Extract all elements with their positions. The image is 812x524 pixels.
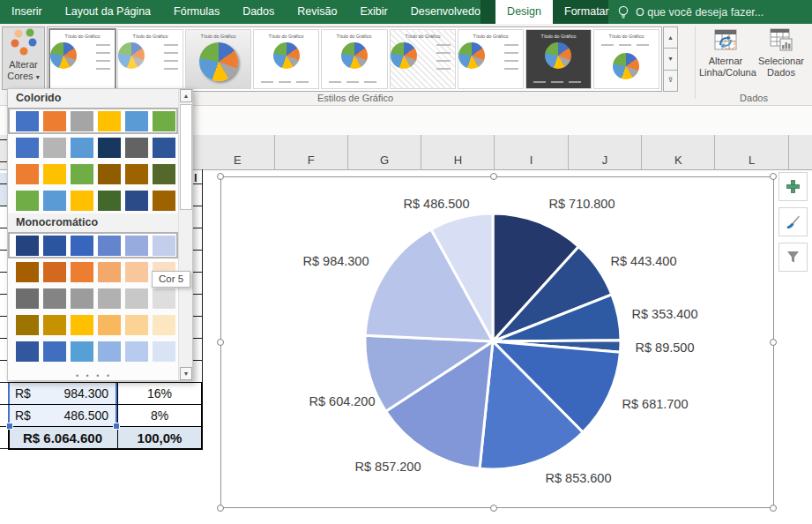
color-swatch[interactable] [125, 164, 148, 184]
selection-handle[interactable] [217, 505, 224, 512]
color-swatch[interactable] [98, 315, 121, 335]
chart-style-thumbnail-3[interactable]: Título do Gráfico [185, 29, 251, 89]
color-swatch[interactable] [98, 164, 121, 184]
color-swatch[interactable] [125, 191, 148, 211]
color-swatch[interactable] [125, 262, 148, 282]
column-header-K[interactable]: K [642, 135, 715, 169]
color-swatch[interactable] [153, 341, 175, 362]
tab-formatar[interactable]: Formatar [553, 0, 621, 24]
color-swatch[interactable] [16, 315, 39, 335]
monocromatico-palette-row-5[interactable] [8, 338, 178, 364]
gallery-scroll-down-button[interactable]: ▼ [663, 49, 678, 70]
color-swatch[interactable] [153, 191, 175, 211]
chart-style-thumbnail-5[interactable]: Título do Gráfico [321, 29, 387, 89]
selection-handle[interactable] [770, 339, 777, 346]
chart-style-thumbnail-9[interactable]: Título do Gráfico [593, 29, 659, 89]
tab-layout-da-p-gina[interactable]: Layout da Página [54, 0, 162, 24]
color-swatch[interactable] [16, 111, 39, 131]
color-swatch[interactable] [71, 315, 93, 335]
range-handle[interactable] [113, 423, 120, 430]
table-cell[interactable]: 16% [117, 383, 203, 404]
color-swatch[interactable] [43, 111, 66, 131]
colorido-palette-row-2[interactable] [8, 134, 178, 161]
color-swatch[interactable] [125, 111, 148, 131]
table-row[interactable]: R$486.5008% [8, 404, 203, 426]
color-swatch[interactable] [71, 138, 93, 158]
tab-inserir[interactable]: Inserir [0, 0, 54, 24]
selecionar-dados-button[interactable]: SelecionarDados [755, 26, 808, 79]
table-cell[interactable]: R$486.500 [8, 405, 117, 426]
color-swatch[interactable] [16, 341, 39, 362]
color-swatch[interactable] [98, 111, 121, 131]
color-swatch[interactable] [43, 138, 66, 158]
tell-me-search[interactable]: O que você deseja fazer... [617, 0, 764, 24]
tab-dados[interactable]: Dados [231, 0, 286, 24]
color-swatch[interactable] [71, 288, 93, 309]
alterar-cores-button[interactable]: Alterar Cores ▾ [2, 26, 45, 90]
chart-style-thumbnail-4[interactable]: Título do Gráfico [253, 29, 319, 89]
chart-styles-button[interactable] [778, 207, 808, 236]
range-handle[interactable] [6, 423, 13, 430]
scroll-down-arrow[interactable]: ▼ [180, 367, 192, 380]
color-swatch[interactable] [125, 315, 148, 335]
color-swatch[interactable] [125, 288, 148, 309]
column-header-L[interactable]: L [715, 135, 788, 169]
color-swatch[interactable] [43, 164, 66, 184]
color-swatch[interactable] [43, 315, 66, 335]
selection-handle[interactable] [217, 339, 224, 346]
color-swatch[interactable] [153, 164, 175, 184]
column-header-E[interactable]: E [201, 135, 274, 169]
color-swatch[interactable] [98, 236, 121, 256]
color-swatch[interactable] [43, 288, 66, 309]
color-swatch[interactable] [98, 191, 121, 211]
color-swatch[interactable] [125, 138, 148, 158]
tab-design[interactable]: Design [495, 0, 553, 24]
selection-handle[interactable] [490, 173, 497, 180]
selection-handle[interactable] [217, 173, 224, 180]
color-swatch[interactable] [98, 288, 121, 309]
data-table[interactable]: R$984.30016%R$486.5008%R$ 6.064.600100,0… [8, 382, 203, 450]
table-total-row[interactable]: R$ 6.064.600100,0% [8, 426, 203, 448]
color-swatch[interactable] [16, 288, 39, 309]
colorido-palette-row-3[interactable] [8, 161, 178, 187]
chart-filters-button[interactable] [778, 243, 808, 272]
chart-style-thumbnail-6[interactable]: Título do Gráfico [390, 29, 456, 89]
chart-style-thumbnail-1[interactable]: Título do Gráfico [48, 28, 116, 90]
color-swatch[interactable] [16, 191, 39, 211]
color-swatch[interactable] [43, 191, 66, 211]
table-cell[interactable]: R$984.300 [8, 383, 117, 404]
chart-style-thumbnail-2[interactable]: Título do Gráfico [117, 29, 183, 89]
monocromatico-palette-row-1[interactable] [8, 232, 178, 258]
color-swatch[interactable] [16, 236, 39, 256]
selection-handle[interactable] [770, 505, 777, 512]
color-swatch[interactable] [125, 341, 148, 362]
column-header-F[interactable]: F [275, 135, 348, 169]
color-swatch[interactable] [43, 262, 66, 282]
monocromatico-palette-row-4[interactable] [8, 311, 178, 338]
chart-style-thumbnail-7[interactable]: Título do Gráfico [458, 29, 524, 89]
column-header-I[interactable]: I [495, 135, 569, 169]
color-swatch[interactable] [43, 236, 66, 256]
color-swatch[interactable] [153, 315, 175, 335]
color-swatch[interactable] [98, 262, 121, 282]
color-swatch[interactable] [71, 236, 93, 256]
table-cell[interactable]: 8% [117, 405, 203, 426]
colorido-palette-row-1[interactable] [8, 108, 178, 134]
alternar-linha-coluna-button[interactable]: AlternarLinha/Coluna [699, 26, 752, 79]
gallery-scroll-up-button[interactable]: ▲ [663, 26, 678, 49]
scroll-up-arrow[interactable]: ▲ [180, 89, 192, 102]
colorido-palette-row-4[interactable] [8, 187, 178, 213]
selection-handle[interactable] [770, 173, 777, 180]
dropdown-resize-dots[interactable]: • • • • [8, 372, 180, 379]
column-header-H[interactable]: H [421, 135, 495, 169]
color-swatch[interactable] [16, 262, 39, 282]
tab-revis-o[interactable]: Revisão [286, 0, 348, 24]
color-swatch[interactable] [153, 138, 175, 158]
color-swatch[interactable] [153, 111, 175, 131]
column-header-J[interactable]: J [569, 135, 642, 169]
color-swatch[interactable] [153, 236, 175, 256]
color-swatch[interactable] [16, 138, 39, 158]
color-swatch[interactable] [16, 164, 39, 184]
color-swatch[interactable] [125, 236, 148, 256]
chart-elements-button[interactable] [778, 172, 808, 201]
